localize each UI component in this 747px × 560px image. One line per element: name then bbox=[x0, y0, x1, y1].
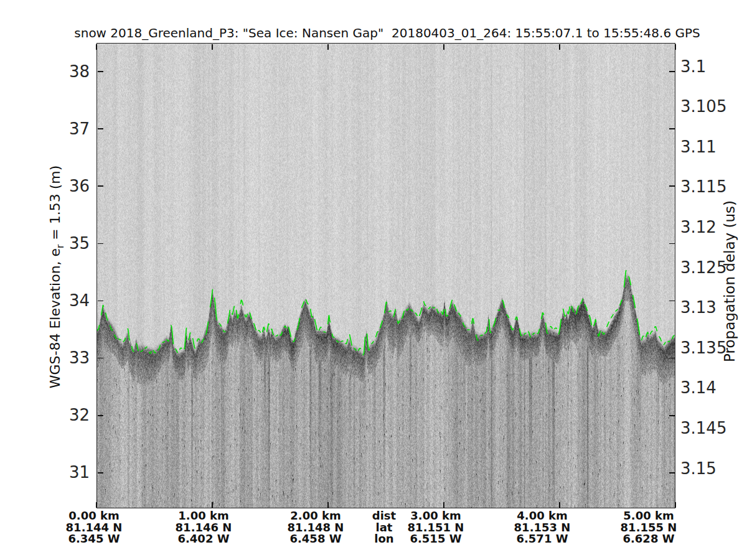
y-tick-label-elevation: 33 bbox=[32, 350, 90, 366]
y-tick-label-delay: 3.13 bbox=[680, 299, 716, 316]
y-tick-label-delay: 3.105 bbox=[680, 98, 726, 115]
longitude-label: 6.402 W bbox=[160, 533, 247, 545]
y-tick-label-elevation: 37 bbox=[32, 121, 90, 138]
y-axis-label-right: Propagation delay (us) bbox=[721, 200, 738, 362]
y-tick-label-delay: 3.11 bbox=[680, 139, 716, 156]
echogram-figure: snow 2018_Greenland_P3: "Sea Ice: Nansen… bbox=[0, 0, 747, 560]
distance-label: 5.00 km bbox=[605, 510, 692, 522]
y-tick-label-elevation: 38 bbox=[32, 63, 90, 80]
x-tick-label-group: 0.00 km81.144 N6.345 W bbox=[50, 510, 138, 545]
plot-title: snow 2018_Greenland_P3: "Sea Ice: Nansen… bbox=[74, 26, 700, 40]
y-tick-label-elevation: 32 bbox=[32, 407, 90, 424]
y-tick-label-elevation: 31 bbox=[32, 464, 90, 481]
longitude-label: 6.571 W bbox=[499, 533, 586, 545]
distance-label: 0.00 km bbox=[50, 510, 138, 522]
x-tick-label-group: 5.00 km81.155 N6.628 W bbox=[605, 510, 692, 545]
y-tick-label-elevation: 35 bbox=[32, 235, 90, 252]
y-tick-label-delay: 3.135 bbox=[680, 340, 726, 357]
distance-label: 4.00 km bbox=[499, 510, 586, 522]
x-tick-label-group: 1.00 km81.146 N6.402 W bbox=[160, 510, 247, 545]
row-header-lon: lon bbox=[341, 533, 428, 545]
y-tick-label-elevation: 36 bbox=[32, 178, 90, 195]
y-tick-label-delay: 3.145 bbox=[680, 420, 726, 437]
longitude-label: 6.345 W bbox=[50, 533, 138, 545]
distance-label: 1.00 km bbox=[160, 510, 247, 522]
y-tick-label-delay: 3.14 bbox=[680, 380, 716, 396]
y-tick-label-delay: 3.125 bbox=[680, 259, 726, 276]
ylabel-left-post: = 1.53 (m) bbox=[47, 166, 63, 245]
row-header-dist: dist bbox=[341, 510, 428, 522]
y-tick-label-elevation: 34 bbox=[32, 292, 90, 309]
y-tick-label-delay: 3.115 bbox=[680, 179, 726, 195]
ylabel-left-pre: WGS-84 Elevation, e bbox=[47, 248, 63, 388]
y-tick-label-delay: 3.15 bbox=[680, 460, 716, 477]
y-tick-label-delay: 3.1 bbox=[680, 58, 706, 75]
echogram-image bbox=[96, 43, 675, 508]
y-tick-label-delay: 3.12 bbox=[680, 219, 716, 236]
x-axis-row-headers: distlatlon bbox=[341, 510, 428, 545]
longitude-label: 6.628 W bbox=[605, 533, 692, 545]
x-tick-label-group: 4.00 km81.153 N6.571 W bbox=[499, 510, 586, 545]
